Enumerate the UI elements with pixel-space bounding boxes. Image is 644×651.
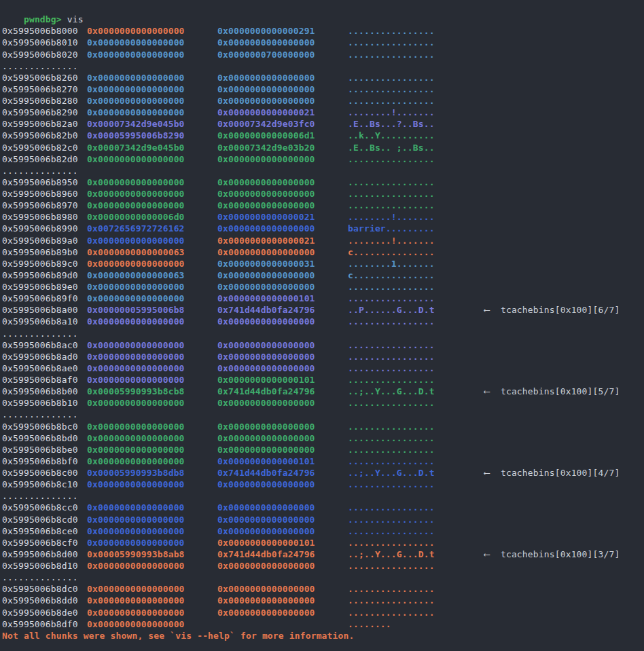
ascii-dump: ................ <box>348 374 435 386</box>
qword-value-1: 0x00000005995006b8 <box>87 304 185 316</box>
qword-value-1: 0x0000000000000063 <box>87 246 185 258</box>
memory-row: 0x5995006b8ac00x00000000000000000x000000… <box>0 339 644 351</box>
qword-value-2: 0x741d44db0fa24796 <box>217 467 315 479</box>
qword-value-2: 0x0000000000000000 <box>217 525 315 537</box>
ascii-dump: ................ <box>348 421 435 432</box>
ascii-dump: c............... <box>348 269 435 281</box>
qword-value-2: 0x0000000000000000 <box>217 246 315 258</box>
qword-value-2: 0x0000000000000291 <box>217 25 315 37</box>
address-cell: 0x5995006b8be0 <box>2 444 78 455</box>
address-cell: 0x5995006b89c0 <box>2 258 78 269</box>
ascii-dump: ........!....... <box>348 235 435 246</box>
ascii-dump: .E..Bs...?..Bs.. <box>348 118 435 130</box>
address-cell: 0x5995006b8010 <box>2 37 78 48</box>
qword-value-1: 0x0000000000000000 <box>87 374 185 386</box>
memory-row: 0x5995006b8be00x00000000000000000x000000… <box>0 444 644 455</box>
address-cell: 0x5995006b8d10 <box>2 560 78 572</box>
qword-value-1: 0x0000000000000000 <box>87 560 185 572</box>
ascii-dump: ................ <box>348 153 435 165</box>
qword-value-1: 0x0000000000000000 <box>87 316 185 327</box>
ascii-dump: ................ <box>348 607 435 618</box>
qword-value-2: 0x0000000000000000 <box>217 514 315 525</box>
ascii-dump: ................ <box>348 176 435 188</box>
ascii-dump: ................ <box>348 525 435 537</box>
qword-value-2: 0x0000000000000000 <box>217 37 315 48</box>
address-cell: 0x5995006b82b0 <box>2 130 78 141</box>
address-cell: 0x5995006b89a0 <box>2 235 78 246</box>
memory-row: 0x5995006b8bd00x00000000000000000x000000… <box>0 432 644 444</box>
skipped-rows-marker: .............. <box>0 490 644 502</box>
address-cell: 0x5995006b8980 <box>2 211 78 223</box>
memory-row: 0x5995006b82700x00000000000000000x000000… <box>0 83 644 95</box>
skipped-rows-dots: .............. <box>2 60 78 72</box>
address-cell: 0x5995006b8ad0 <box>2 351 78 362</box>
qword-value-1: 0x0000000000000000 <box>87 351 185 362</box>
memory-row: 0x5995006b82900x00000000000000000x000000… <box>0 107 644 118</box>
qword-value-2: 0x0000000000000000 <box>217 153 315 165</box>
ascii-dump: ................ <box>348 49 435 60</box>
address-cell: 0x5995006b8b00 <box>2 386 78 397</box>
qword-value-1: 0x00005990993b8db8 <box>87 467 185 479</box>
ascii-dump: ................ <box>348 95 435 107</box>
ascii-dump: ................ <box>348 281 435 293</box>
memory-row: 0x5995006b82d00x00000000000000000x000000… <box>0 153 644 165</box>
qword-value-1: 0x0000000000000000 <box>87 153 185 165</box>
qword-value-2: 0x0000000000000101 <box>217 537 315 548</box>
qword-value-2: 0x0000000000000000 <box>217 560 315 572</box>
qword-value-2: 0x0000000000000000 <box>217 607 315 618</box>
qword-value-2: 0x0000000000000101 <box>217 374 315 386</box>
memory-row: 0x5995006b8de00x00000000000000000x000000… <box>0 607 644 618</box>
ascii-dump: ................ <box>348 351 435 362</box>
qword-value-2: 0x0000000000000000 <box>217 200 315 211</box>
qword-value-2: 0x0000000000000000 <box>217 72 315 83</box>
address-cell: 0x5995006b8270 <box>2 83 78 95</box>
address-cell: 0x5995006b8de0 <box>2 607 78 618</box>
address-cell: 0x5995006b8b10 <box>2 397 78 409</box>
skipped-rows-marker: .............. <box>0 60 644 72</box>
tcachebin-annotation: ⟵ tcachebins[0x100][4/7] <box>484 467 620 479</box>
address-cell: 0x5995006b8cd0 <box>2 514 78 525</box>
ascii-dump: ................ <box>348 188 435 200</box>
memory-row: 0x5995006b89d00x00000000000000630x000000… <box>0 269 644 281</box>
qword-value-1: 0x0000000000000000 <box>87 514 185 525</box>
memory-row: 0x5995006b8d100x00000000000000000x000000… <box>0 560 644 572</box>
qword-value-2: 0x0000000000000000 <box>217 421 315 432</box>
blank-line <box>0 14 644 25</box>
ascii-dump: .E..Bs.. ;..Bs.. <box>348 142 435 153</box>
skipped-rows-dots: .............. <box>2 165 78 176</box>
memory-row: 0x5995006b80200x00000000000000000x000000… <box>0 49 644 60</box>
address-cell: 0x5995006b8c00 <box>2 467 78 479</box>
memory-row: 0x5995006b89700x00000000000000000x000000… <box>0 200 644 211</box>
qword-value-1: 0x0000000000000000 <box>87 397 185 409</box>
tcachebin-annotation: ⟵ tcachebins[0x100][3/7] <box>484 548 620 560</box>
memory-row: 0x5995006b8bc00x00000000000000000x000000… <box>0 421 644 432</box>
address-cell: 0x5995006b8ae0 <box>2 362 78 374</box>
memory-row: 0x5995006b8d000x00005990993b8ab80x741d44… <box>0 548 644 560</box>
address-cell: 0x5995006b8a00 <box>2 304 78 316</box>
qword-value-2: 0x0000000000000000 <box>217 339 315 351</box>
qword-value-1: 0x0000000000000063 <box>87 269 185 281</box>
qword-value-2: 0x0000000000000021 <box>217 211 315 223</box>
memory-row: 0x5995006b8dc00x00000000000000000x000000… <box>0 583 644 595</box>
memory-row: 0x5995006b8a000x00000005995006b80x741d44… <box>0 304 644 316</box>
memory-row: 0x5995006b82800x00000000000000000x000000… <box>0 95 644 107</box>
memory-row: 0x5995006b89b00x00000000000000630x000000… <box>0 246 644 258</box>
qword-value-2: 0x0000000000000000 <box>217 432 315 444</box>
memory-row: 0x5995006b89500x00000000000000000x000000… <box>0 176 644 188</box>
qword-value-1: 0x0000000000000000 <box>87 25 185 37</box>
terminal-window[interactable]: pwndbg> vis 0x5995006b80000x000000000000… <box>0 0 644 651</box>
qword-value-2: 0x0000000000000000 <box>217 176 315 188</box>
memory-row: 0x5995006b8df00x0000000000000000........ <box>0 618 644 630</box>
address-cell: 0x5995006b8a10 <box>2 316 78 327</box>
qword-value-1: 0x0000000000000000 <box>87 479 185 490</box>
qword-value-1: 0x00000000000006d0 <box>87 211 185 223</box>
memory-row: 0x5995006b8a100x00000000000000000x000000… <box>0 316 644 327</box>
ascii-dump: ..P......G...D.t <box>348 304 435 316</box>
qword-value-1: 0x0000000000000000 <box>87 95 185 107</box>
memory-row: 0x5995006b8b000x00005990993b8cb80x741d44… <box>0 386 644 397</box>
address-cell: 0x5995006b89e0 <box>2 281 78 293</box>
skipped-rows-dots: .............. <box>2 409 78 420</box>
address-cell: 0x5995006b89d0 <box>2 269 78 281</box>
memory-row: 0x5995006b8cc00x00000000000000000x000000… <box>0 502 644 513</box>
qword-value-2: 0x0000000000000101 <box>217 293 315 304</box>
